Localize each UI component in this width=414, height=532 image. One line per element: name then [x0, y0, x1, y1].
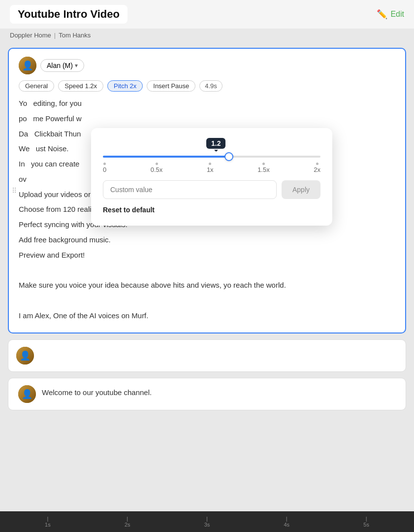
text-line-14 [19, 295, 395, 307]
slider-track [103, 156, 320, 158]
card3-text[interactable]: Welcome to our youtube channel. [42, 385, 152, 397]
avatar-image: 👤 [19, 57, 36, 74]
text-block-card-3: 👤 Welcome to our youtube channel. [8, 378, 406, 410]
timeline-mark-5: |5s [326, 516, 406, 528]
slider-dot-2 [316, 163, 318, 165]
avatar-image-3: 👤 [18, 385, 36, 403]
slider-thumb[interactable] [224, 152, 233, 161]
slider-fill [103, 156, 229, 158]
breadcrumb-current: Tom Hanks [59, 32, 91, 39]
voice-name: Alan (M) [47, 62, 73, 69]
voice-bar: 👤 Alan (M) ▾ [19, 57, 395, 74]
avatar-image-2: 👤 [16, 347, 34, 365]
custom-value-input[interactable] [103, 180, 277, 199]
slider-label-text-1: 1x [207, 166, 214, 173]
slider-label-2: 2x [314, 163, 320, 173]
slider-label-05: 0.5x [151, 163, 163, 173]
timeline-mark-4: |4s [247, 516, 326, 528]
tag-duration: 4.9s [199, 80, 223, 92]
top-bar: Youtube Intro Video ✏️ Edit [0, 0, 414, 29]
breadcrumb: Doppler Home | Tom Hanks [0, 29, 414, 42]
tag-insert-pause[interactable]: Insert Pause [147, 80, 195, 92]
slider-label-text-15: 1.5x [257, 166, 270, 173]
breadcrumb-home[interactable]: Doppler Home [10, 32, 51, 39]
edit-icon: ✏️ [377, 9, 387, 20]
slider-label-text-0: 0 [103, 166, 106, 173]
tooltip-value: 1.2 [211, 139, 221, 147]
slider-labels: 0 0.5x 1x 1.5x 2x [103, 163, 320, 173]
slider-label-15: 1.5x [257, 163, 270, 173]
text-line-10: Add free background music. [19, 234, 395, 246]
edit-label: Edit [390, 10, 404, 19]
slider-dot-05 [156, 163, 158, 165]
avatar: 👤 [19, 57, 36, 74]
project-title: Youtube Intro Video [10, 5, 127, 24]
text-block-card-2: 👤 [8, 339, 406, 372]
text-line-1: Yo editing, for you [19, 98, 395, 110]
text-line-15: I am Alex, One of the AI voices on Murf. [19, 310, 395, 322]
text-line-12 [19, 264, 395, 276]
content-area: ⠿ 👤 Alan (M) ▾ General Speed 1.2x Pitch … [0, 42, 414, 422]
avatar-3: 👤 [18, 385, 36, 403]
avatar-2: 👤 [16, 347, 34, 365]
slider-tooltip: 1.2 [206, 138, 225, 149]
tags-row: General Speed 1.2x Pitch 2x Insert Pause… [19, 80, 395, 92]
voice-selector[interactable]: Alan (M) ▾ [40, 59, 84, 72]
edit-button[interactable]: ✏️ Edit [377, 9, 404, 20]
text-line-2: po me Powerful w [19, 113, 395, 125]
timeline-mark-2: |2s [88, 516, 167, 528]
slider-container[interactable] [103, 156, 320, 158]
speed-popup: 1.2 0 0.5x 1x [91, 128, 332, 226]
slider-label-0: 0 [103, 163, 106, 173]
tag-general[interactable]: General [19, 80, 54, 92]
timeline-marks: |1s |2s |3s |4s |5s [8, 516, 406, 528]
breadcrumb-separator: | [54, 32, 56, 39]
slider-label-text-05: 0.5x [151, 166, 163, 173]
reset-to-default-button[interactable]: Reset to default [103, 206, 320, 214]
tag-pitch[interactable]: Pitch 2x [107, 80, 143, 92]
apply-button[interactable]: Apply [282, 180, 320, 199]
timeline-mark-3: |3s [167, 516, 247, 528]
slider-dot-1 [209, 163, 211, 165]
chevron-down-icon: ▾ [75, 62, 78, 69]
slider-dot-15 [262, 163, 265, 165]
custom-input-row: Apply [103, 180, 320, 199]
timeline-mark-1: |1s [8, 516, 88, 528]
timeline-bar: |1s |2s |3s |4s |5s [0, 511, 414, 532]
text-line-11: Preview and Export! [19, 249, 395, 262]
slider-label-text-2: 2x [314, 166, 320, 173]
slider-dot-0 [103, 163, 106, 165]
slider-label-1: 1x [207, 163, 214, 173]
tag-speed[interactable]: Speed 1.2x [58, 80, 103, 92]
drag-handle[interactable]: ⠿ [12, 187, 17, 195]
text-line-13: Make sure you voice your idea because ab… [19, 279, 395, 292]
